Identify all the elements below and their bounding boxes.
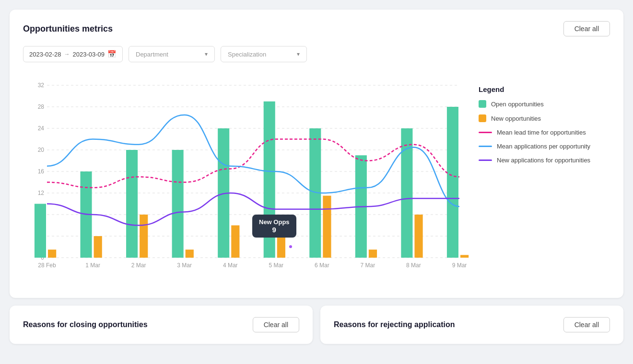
legend-line-3	[479, 146, 492, 147]
legend-line-4	[479, 159, 492, 161]
chevron-down-icon: ▾	[205, 51, 208, 57]
date-to: 2023-03-09	[73, 51, 105, 58]
date-range-filter[interactable]: 2023-02-28 → 2023-03-09 📅	[23, 46, 123, 62]
legend-color-box-0	[479, 100, 486, 108]
rejecting-reasons-title: Reasons for rejecting application	[334, 320, 455, 329]
chart-area: New Opps 9 Legend Open opportunitiesNew …	[23, 76, 610, 286]
legend-items-container: Open opportunitiesNew opportunitiesMean …	[479, 100, 613, 164]
closing-reasons-title: Reasons for closing opportunities	[23, 320, 148, 329]
chart-card-header: Opportunities metrics Clear all	[23, 21, 610, 36]
specialization-placeholder: Specialization	[228, 51, 266, 58]
legend-label-4: New applications for opportunities	[497, 157, 590, 164]
rejecting-reasons-card: Reasons for rejecting application Clear …	[320, 306, 623, 344]
closing-reasons-card: Reasons for closing opportunities Clear …	[10, 306, 313, 344]
clear-all-button-top[interactable]: Clear all	[563, 21, 610, 36]
clear-all-button-closing[interactable]: Clear all	[253, 317, 299, 332]
tooltip-dot	[288, 244, 293, 249]
filters-row: 2023-02-28 → 2023-03-09 📅 Department ▾ S…	[23, 46, 610, 62]
legend-title: Legend	[479, 85, 613, 93]
chart-legend: Legend Open opportunitiesNew opportuniti…	[479, 76, 613, 286]
chevron-down-icon-2: ▾	[297, 51, 300, 57]
legend-label-0: Open opportunities	[491, 101, 544, 108]
legend-label-1: New opportunities	[491, 115, 541, 122]
legend-label-2: Mean lead time for opportunities	[497, 129, 586, 136]
legend-item-2: Mean lead time for opportunities	[479, 129, 613, 136]
legend-item-4: New applications for opportunities	[479, 157, 613, 164]
legend-label-3: Mean applications per opportunity	[497, 143, 590, 150]
legend-line-2	[479, 132, 492, 133]
legend-item-0: Open opportunities	[479, 100, 613, 108]
main-chart-card: Opportunities metrics Clear all 2023-02-…	[10, 10, 623, 298]
chart-container: New Opps 9	[23, 76, 469, 286]
date-from: 2023-02-28	[29, 51, 61, 58]
legend-color-box-1	[479, 114, 486, 122]
specialization-select[interactable]: Specialization ▾	[221, 46, 307, 62]
main-chart-canvas	[23, 76, 469, 286]
arrow-icon: →	[64, 51, 70, 57]
department-placeholder: Department	[136, 51, 168, 58]
clear-all-button-rejecting[interactable]: Clear all	[563, 317, 610, 332]
bottom-cards-row: Reasons for closing opportunities Clear …	[10, 306, 623, 344]
department-select[interactable]: Department ▾	[129, 46, 215, 62]
legend-item-3: Mean applications per opportunity	[479, 143, 613, 150]
legend-item-1: New opportunities	[479, 114, 613, 122]
page-title: Opportunities metrics	[23, 24, 113, 34]
calendar-icon: 📅	[107, 50, 117, 58]
